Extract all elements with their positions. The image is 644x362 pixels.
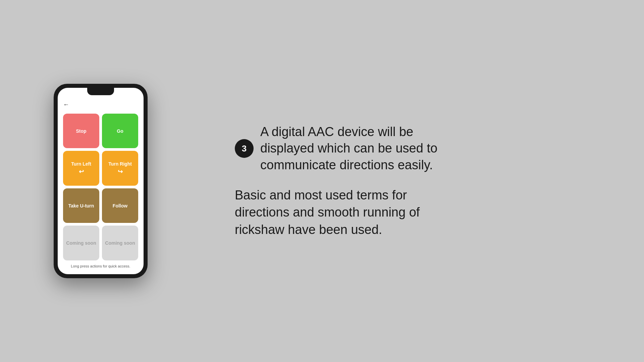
screen-inner: ← Stop Go Turn Left ↩ Turn Right [58,88,144,274]
step-circle: 3 [235,139,254,158]
coming-soon-1-button: Coming soon [63,226,99,260]
coming-soon-2-button: Coming soon [102,226,138,260]
phone-screen: ← Stop Go Turn Left ↩ Turn Right [58,88,144,274]
back-arrow-icon: ← [63,101,69,108]
coming-soon-1-label: Coming soon [66,240,96,246]
stop-label: Stop [76,128,86,134]
u-turn-label: Take U-turn [68,203,94,208]
go-button[interactable]: Go [102,114,138,148]
step-number: 3 [242,143,247,154]
go-label: Go [117,128,123,134]
u-turn-button[interactable]: Take U-turn [63,188,99,223]
right-section: 3 A digital AAC device will be displayed… [201,104,644,258]
follow-label: Follow [113,203,127,208]
turn-left-label: Turn Left [71,161,91,167]
turn-right-icon: ↪ [118,168,123,175]
back-button[interactable]: ← [63,101,138,108]
phone-shell: ← Stop Go Turn Left ↩ Turn Right [54,84,148,278]
coming-soon-2-label: Coming soon [105,240,135,246]
turn-right-button[interactable]: Turn Right ↪ [102,151,138,185]
phone-notch [87,88,114,95]
description-paragraph-1: A digital AAC device will be displayed w… [260,124,463,173]
turn-right-label: Turn Right [108,161,132,167]
description-paragraph-2: Basic and most used terms for directions… [235,187,463,238]
description-block: 3 A digital AAC device will be displayed… [235,124,463,238]
direction-grid: Stop Go Turn Left ↩ Turn Right ↪ Take [63,114,138,260]
turn-left-icon: ↩ [79,168,84,175]
follow-button[interactable]: Follow [102,188,138,223]
step-header: 3 A digital AAC device will be displayed… [235,124,463,173]
stop-button[interactable]: Stop [63,114,99,148]
footer-text: Long press actions for quick access. [63,264,138,269]
left-section: ← Stop Go Turn Left ↩ Turn Right [0,0,201,362]
turn-left-button[interactable]: Turn Left ↩ [63,151,99,185]
